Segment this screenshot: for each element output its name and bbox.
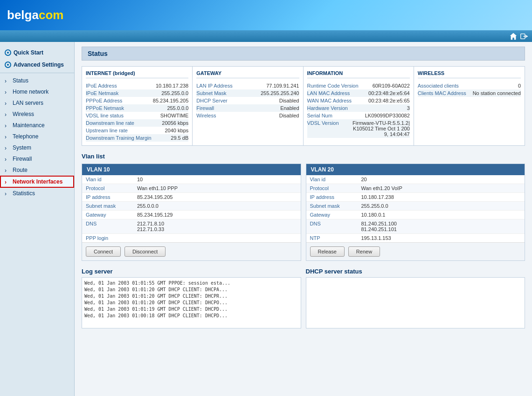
gateway-title: GATEWAY <box>196 70 299 78</box>
sidebar-item-lan-servers[interactable]: › LAN servers <box>0 97 74 109</box>
vlan-row: Subnet mask 255.255.0.0 <box>306 202 525 211</box>
vlan-row: Gateway 10.180.0.1 <box>306 211 525 219</box>
sidebar-item-route[interactable]: › Route <box>0 164 74 176</box>
info-row: Hardware Version 3 <box>307 104 410 112</box>
dhcp-server-content[interactable] <box>306 277 525 328</box>
log-line: Wed, 01 Jan 2003 01:01:20 GMT DHCP CLIEN… <box>84 300 298 306</box>
vlan-row: IP address 10.180.17.238 <box>306 193 525 202</box>
info-row: Runtime Code Version 60R109-60A022 <box>307 82 410 89</box>
arrow-icon: › <box>5 134 10 139</box>
internet-section: INTERNET (bridged) IPoE Address 10.180.1… <box>82 67 193 145</box>
vlan-section: Vlan list VLAN 10 Vlan id 10 Protocol Wa… <box>82 153 525 261</box>
sidebar-item-telephone[interactable]: › Telephone <box>0 131 74 142</box>
vlan20-header: VLAN 20 <box>306 164 525 175</box>
status-grid: INTERNET (bridged) IPoE Address 10.180.1… <box>82 66 525 146</box>
arrow-icon: › <box>5 89 10 95</box>
info-row: IPoE Netmask 255.255.0.0 <box>86 89 188 97</box>
info-row: VDSL Version Firmware-VTU-R:5.5.1.2|K105… <box>307 119 410 138</box>
sidebar-item-advanced-settings[interactable]: Advanced Settings <box>0 59 74 71</box>
quick-start-icon <box>5 49 11 56</box>
arrow-icon: › <box>5 156 10 162</box>
sidebar: Quick Start Advanced Settings › Status ›… <box>0 42 75 396</box>
log-line: Wed, 01 Jan 2003 01:01:19 GMT DHCP CLIEN… <box>84 306 298 313</box>
info-row: WAN MAC Address 00:23:48:2e:e5:65 <box>307 97 410 104</box>
sidebar-item-quick-start[interactable]: Quick Start <box>0 47 74 59</box>
home-icon[interactable] <box>509 32 518 41</box>
log-line: Wed, 01 Jan 2003 01:00:18 GMT DHCP CLIEN… <box>84 313 298 319</box>
vlan-row: Vlan id 20 <box>306 175 525 184</box>
vlan10-body: Vlan id 10 Protocol Wan eth1.10 PPP IP a… <box>82 175 301 242</box>
wireless-title: WIRELESS <box>418 70 521 78</box>
info-row: LAN MAC Address 00:23:48:2e:e5:64 <box>307 89 410 97</box>
vlan-row: Subnet mask 255.0.0.0 <box>82 202 301 211</box>
sidebar-item-maintenance[interactable]: › Maintenance <box>0 120 74 131</box>
information-title: INFORMATION <box>307 70 410 78</box>
log-server-title: Log server <box>82 268 301 275</box>
info-row: Serial Num LK09099DP330082 <box>307 112 410 119</box>
info-row: Downstream line rate 20056 kbps <box>86 119 188 127</box>
log-line: Wed, 01 Jan 2003 01:01:20 GMT DHCP CLIEN… <box>84 293 298 300</box>
vlan-row: NTP 195.13.1.153 <box>306 234 525 242</box>
vlan-grid: VLAN 10 Vlan id 10 Protocol Wan eth1.10 … <box>82 164 525 261</box>
sidebar-item-network-interfaces[interactable]: › Network Interfaces <box>0 176 74 188</box>
logo: belgacom <box>7 8 63 22</box>
arrow-icon: › <box>5 78 10 83</box>
arrow-icon: › <box>5 167 10 173</box>
info-row: Wireless Disabled <box>196 112 299 119</box>
sidebar-item-statistics[interactable]: › Statistics <box>0 188 74 199</box>
log-server-content[interactable]: Wed, 01 Jan 2003 01:01:55 GMT PPPOE: ses… <box>82 277 301 328</box>
info-row: Clients MAC Address No station connected <box>418 89 521 97</box>
vlan-list-title: Vlan list <box>82 153 525 160</box>
info-row: Upstream line rate 2040 kbps <box>86 127 188 134</box>
vlan-row: Gateway 85.234.195.129 <box>82 211 301 219</box>
info-row: Firewall Enabled <box>196 104 299 112</box>
info-row: Downstream Training Margin 29.5 dB <box>86 134 188 142</box>
sidebar-item-home-network[interactable]: › Home network <box>0 86 74 97</box>
info-row: PPPoE Address 85.234.195.205 <box>86 97 188 104</box>
vlan-row: DNS 81.240.251.10081.240.251.101 <box>306 219 525 234</box>
info-row: DHCP Server Disabled <box>196 97 299 104</box>
vlan-row: DNS 212.71.8.10212.71.0.33 <box>82 219 301 234</box>
arrow-icon: › <box>5 145 10 150</box>
arrow-icon: › <box>5 191 10 196</box>
connect-button[interactable]: Connect <box>86 246 121 257</box>
info-row: VDSL line status SHOWTIME <box>86 112 188 119</box>
vlan20-buttons: Release Renew <box>306 242 525 260</box>
wireless-section: WIRELESS Associated clients 0 Clients MA… <box>414 67 525 145</box>
advanced-settings-icon <box>5 61 11 68</box>
sidebar-item-wireless[interactable]: › Wireless <box>0 109 74 120</box>
main-content: Status INTERNET (bridged) IPoE Address 1… <box>75 42 532 396</box>
log-server-section: Log server Wed, 01 Jan 2003 01:01:55 GMT… <box>82 268 301 328</box>
header: belgacom <box>0 0 532 30</box>
renew-button[interactable]: Renew <box>348 246 380 257</box>
sidebar-item-status[interactable]: › Status <box>0 75 74 86</box>
gateway-section: GATEWAY LAN IP Address 77.109.91.241 Sub… <box>193 67 303 145</box>
arrow-icon: › <box>5 179 10 184</box>
release-button[interactable]: Release <box>310 246 345 257</box>
sidebar-item-system[interactable]: › System <box>0 142 74 153</box>
page-title: Status <box>82 47 525 61</box>
vlan-row: Vlan id 10 <box>82 175 301 184</box>
vlan20-card: VLAN 20 Vlan id 20 Protocol Wan eth1.20 … <box>306 164 525 261</box>
disconnect-button[interactable]: Disconnect <box>124 246 166 257</box>
dhcp-server-title: DHCP server status <box>306 268 525 275</box>
arrow-icon: › <box>5 111 10 117</box>
info-row: PPPoE Netmask 255.0.0.0 <box>86 104 188 112</box>
vlan10-buttons: Connect Disconnect <box>82 242 301 260</box>
vlan-row: IP address 85.234.195.205 <box>82 193 301 202</box>
vlan20-body: Vlan id 20 Protocol Wan eth1.20 VoIP IP … <box>306 175 525 242</box>
vlan-row: Protocol Wan eth1.10 PPP <box>82 184 301 193</box>
internet-title: INTERNET (bridged) <box>86 70 188 78</box>
logout-icon[interactable] <box>520 32 528 41</box>
info-row: Subnet Mask 255.255.255.240 <box>196 89 299 97</box>
dhcp-server-section: DHCP server status <box>306 268 525 328</box>
vlan10-card: VLAN 10 Vlan id 10 Protocol Wan eth1.10 … <box>82 164 301 261</box>
log-line: Wed, 01 Jan 2003 01:01:55 GMT PPPOE: ses… <box>84 280 298 287</box>
vlan-row: Protocol Wan eth1.20 VoIP <box>306 184 525 193</box>
sidebar-item-firewall[interactable]: › Firewall <box>0 153 74 164</box>
information-section: INFORMATION Runtime Code Version 60R109-… <box>304 67 414 145</box>
top-icon-bar <box>0 30 532 42</box>
log-line: Wed, 01 Jan 2003 01:01:20 GMT DHCP CLIEN… <box>84 287 298 293</box>
arrow-icon: › <box>5 100 10 106</box>
info-row: IPoE Address 10.180.17.238 <box>86 82 188 89</box>
